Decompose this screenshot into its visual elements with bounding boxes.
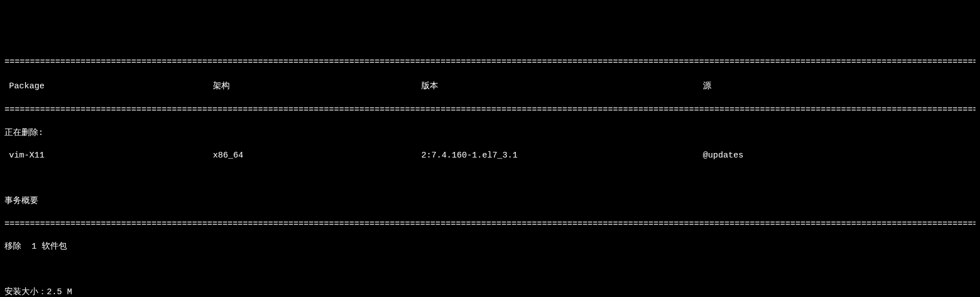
divider-summary: ========================================…	[5, 219, 975, 230]
table-header-row: Package架构版本源	[5, 80, 975, 93]
blank-line-2	[5, 264, 975, 276]
terminal-output: ========================================…	[0, 46, 980, 297]
install-size: 安装大小：2.5 M	[5, 287, 975, 297]
divider-top: ========================================…	[5, 57, 975, 68]
header-source: 源	[703, 81, 975, 92]
package-arch: x86_64	[213, 150, 421, 161]
header-version: 版本	[421, 81, 703, 92]
header-arch: 架构	[213, 81, 421, 92]
package-row: vim-X11x86_642:7.4.160-1.el7_3.1@updates	[5, 150, 975, 161]
package-name: vim-X11	[5, 150, 213, 161]
removing-label: 正在删除:	[5, 128, 975, 139]
package-version: 2:7.4.160-1.el7_3.1	[421, 150, 703, 161]
remove-count: 移除 1 软件包	[5, 241, 975, 253]
summary-label: 事务概要	[5, 196, 975, 207]
blank-line	[5, 173, 975, 184]
package-source: @updates	[703, 150, 975, 161]
header-package: Package	[5, 81, 213, 92]
divider-header: ========================================…	[5, 105, 975, 116]
